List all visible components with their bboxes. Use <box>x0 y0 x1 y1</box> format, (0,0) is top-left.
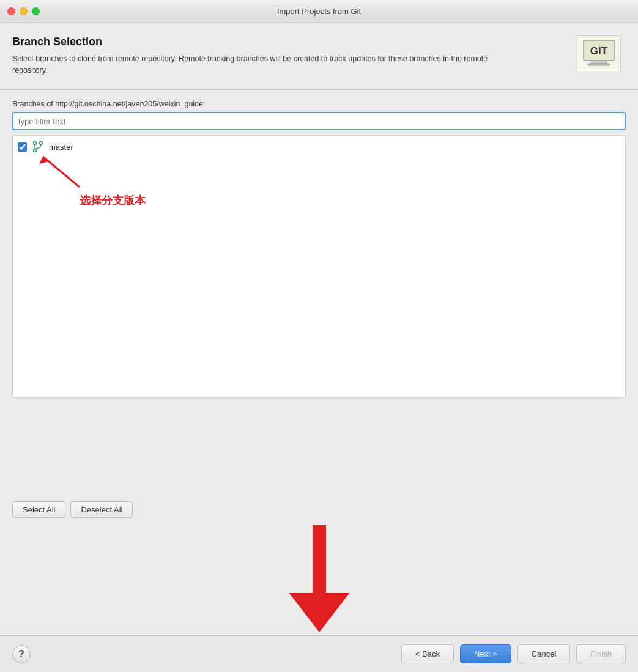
branches-label: Branches of http://git.oschina.net/javen… <box>12 100 626 108</box>
next-button[interactable]: Next > <box>460 644 511 663</box>
branch-icon <box>32 141 44 153</box>
footer-left: ? <box>12 645 31 663</box>
help-button[interactable]: ? <box>12 645 31 663</box>
svg-text:GIT: GIT <box>590 45 608 57</box>
header-section: Branch Selection Select branches to clon… <box>12 35 626 79</box>
branch-list: master <box>12 135 626 398</box>
git-branch-icon <box>32 141 44 153</box>
deselect-all-button[interactable]: Deselect All <box>70 501 133 518</box>
header-description: Select branches to clone from remote rep… <box>12 53 489 76</box>
back-button[interactable]: < Back <box>401 644 454 663</box>
svg-marker-11 <box>289 593 350 632</box>
title-bar: Import Projects from Git <box>0 0 638 23</box>
close-button[interactable] <box>7 7 15 15</box>
footer: ? < Back Next > Cancel Finish <box>0 635 638 672</box>
large-down-arrow-svg <box>283 525 356 635</box>
svg-point-5 <box>40 142 43 145</box>
list-item[interactable]: master <box>13 138 625 155</box>
page-title: Branch Selection <box>12 35 571 48</box>
footer-buttons: < Back Next > Cancel Finish <box>401 644 626 663</box>
select-all-button[interactable]: Select All <box>12 501 65 518</box>
maximize-button[interactable] <box>32 7 40 15</box>
lower-section: Select All Deselect All <box>12 494 626 635</box>
branch-name-master: master <box>49 142 73 152</box>
window-title: Import Projects from Git <box>277 7 361 16</box>
window-controls[interactable] <box>7 7 40 15</box>
list-and-annotation: master 选择分支版本 <box>12 135 626 494</box>
svg-point-6 <box>34 149 37 152</box>
large-arrow-area <box>12 525 626 635</box>
header-divider <box>0 89 638 90</box>
filter-input[interactable] <box>12 112 626 130</box>
git-logo-svg: GIT <box>581 37 617 71</box>
git-logo-box: GIT <box>577 35 621 72</box>
cancel-button[interactable]: Cancel <box>517 644 570 663</box>
svg-rect-2 <box>588 64 610 65</box>
header-text: Branch Selection Select branches to clon… <box>12 35 571 76</box>
select-buttons: Select All Deselect All <box>12 501 626 518</box>
finish-button[interactable]: Finish <box>576 644 626 663</box>
main-content: Branch Selection Select branches to clon… <box>0 23 638 635</box>
minimize-button[interactable] <box>20 7 28 15</box>
git-logo: GIT <box>577 35 626 79</box>
branch-checkbox-master[interactable] <box>18 142 27 152</box>
svg-rect-1 <box>592 61 606 64</box>
svg-point-4 <box>34 142 37 145</box>
filter-input-wrap <box>12 112 626 130</box>
